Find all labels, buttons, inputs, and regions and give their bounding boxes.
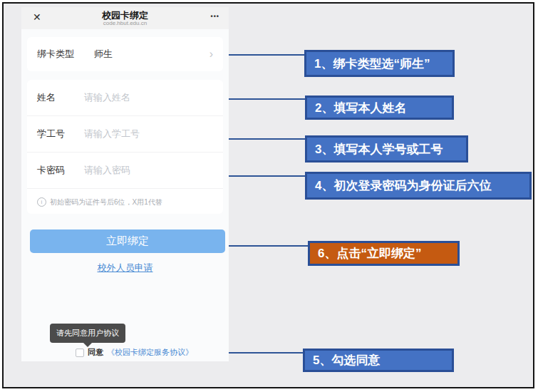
connector-line-2: [229, 98, 305, 100]
card-password-label: 卡密码: [37, 164, 84, 177]
password-hint-row: i 初始密码为证件号后6位，X用1代替: [27, 189, 223, 215]
name-field-row[interactable]: 姓名 请输入姓名: [27, 80, 223, 116]
staff-id-label: 学工号: [37, 128, 84, 140]
password-hint-text: 初始密码为证件号后6位，X用1代替: [50, 197, 162, 207]
chevron-right-icon: ›: [209, 48, 213, 60]
page-domain: code.hbut.edu.cn: [103, 21, 147, 27]
agreement-row: 同意 《校园卡绑定服务协议》: [76, 347, 193, 358]
connector-line-3: [229, 138, 305, 140]
name-label: 姓名: [37, 91, 84, 104]
connector-line-4: [229, 175, 305, 177]
form-card: 姓名 请输入姓名 学工号 请输入学工号 卡密码 请输入密码 i 初始密码为证件号…: [27, 80, 223, 214]
name-input[interactable]: 请输入姓名: [84, 91, 213, 104]
staff-id-input[interactable]: 请输入学工号: [84, 128, 213, 140]
agree-checkbox[interactable]: [76, 349, 84, 357]
info-icon: i: [37, 197, 46, 207]
callout-step-1: 1、绑卡类型选“师生”: [304, 50, 455, 77]
connector-line-5: [229, 352, 303, 354]
phone-screenshot: ✕ 校园卡绑定 code.hbut.edu.cn ••• 绑卡类型 师生 › 姓…: [21, 7, 229, 361]
callout-step-4: 4、初次登录密码为身份证后六位: [305, 172, 532, 200]
callout-step-2: 2、填写本人姓名: [305, 96, 454, 120]
card-password-input[interactable]: 请输入密码: [84, 164, 213, 177]
page-title: 校园卡绑定: [102, 11, 148, 21]
bind-now-button[interactable]: 立即绑定: [30, 229, 225, 253]
external-applicant-link[interactable]: 校外人员申请: [98, 262, 153, 273]
agreement-tooltip: 请先同意用户协议: [50, 324, 125, 343]
connector-line-1: [229, 54, 304, 56]
tutorial-image: ✕ 校园卡绑定 code.hbut.edu.cn ••• 绑卡类型 师生 › 姓…: [0, 0, 538, 392]
bind-type-value: 师生: [94, 48, 209, 61]
staff-id-field-row[interactable]: 学工号 请输入学工号: [27, 116, 223, 153]
close-icon[interactable]: ✕: [33, 11, 41, 23]
bind-type-label: 绑卡类型: [37, 48, 94, 61]
bind-type-row[interactable]: 绑卡类型 师生 ›: [27, 37, 223, 71]
callout-step-3: 3、填写本人学号或工号: [305, 135, 468, 163]
agree-label: 同意: [88, 347, 103, 358]
more-menu-icon[interactable]: •••: [211, 13, 219, 20]
phone-header: ✕ 校园卡绑定 code.hbut.edu.cn •••: [21, 7, 229, 29]
header-title-block: 校园卡绑定 code.hbut.edu.cn: [102, 9, 148, 27]
agreement-link[interactable]: 《校园卡绑定服务协议》: [107, 347, 193, 358]
callout-step-5: 5、勾选同意: [303, 349, 454, 372]
connector-line-6: [229, 245, 308, 247]
external-applicant-link-wrap: 校外人员申请: [21, 261, 229, 274]
card-password-field-row[interactable]: 卡密码 请输入密码: [27, 153, 223, 189]
callout-step-6: 6、点击“立即绑定”: [308, 241, 460, 266]
